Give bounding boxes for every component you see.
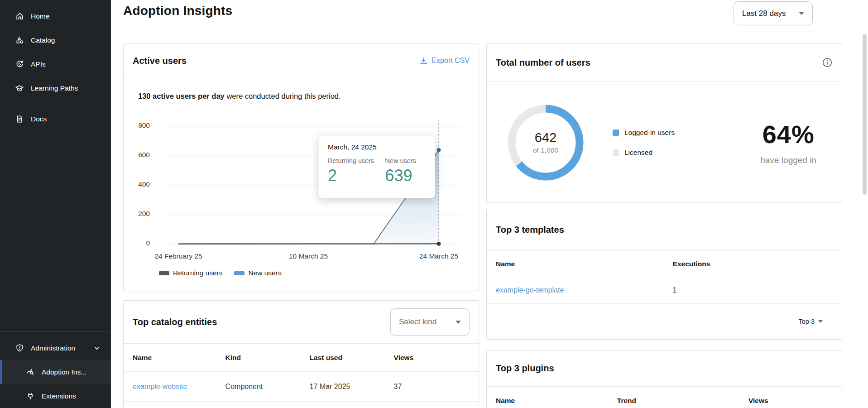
main-content: Adoption Insights Last 28 days Active us… [111,0,868,408]
legend-swatch-logged-in [613,130,619,136]
cell-views: 37 [394,383,470,391]
caret-down-icon [456,321,461,324]
export-csv-label: Export CSV [432,57,470,65]
catalog-card-header: Top catalog entities Select kind [124,301,479,344]
chart-tooltip: March, 24 2025 Returning users 2 New use… [318,135,435,198]
tooltip-label: Returning users [328,157,374,164]
sidebar-item-catalog[interactable]: Catalog [0,28,111,52]
tooltip-label: New users [385,157,416,164]
top-3-filter-label: Top 3 [799,318,815,325]
sidebar-item-label: Catalog [31,36,55,44]
donut-legend: Logged-in users Licensed [613,129,675,157]
card-title: Top 3 templates [496,225,564,235]
legend-label: Logged-in users [624,129,675,137]
active-users-card-header: Active users Export CSV [124,43,479,78]
sidebar-item-apis[interactable]: APIs [0,52,111,76]
insights-icon [26,368,35,377]
percent-value: 64% [760,120,816,149]
col-name: Name [496,397,617,405]
sidebar-divider [0,103,111,103]
card-title: Top 3 plugins [496,363,554,374]
date-range-select[interactable]: Last 28 days [734,1,813,25]
tooltip-columns: Returning users 2 New users 639 [328,157,426,185]
sidebar-admin-group: Administration Adoption Ins... Extension… [0,334,111,408]
download-icon [420,57,427,65]
export-csv-button[interactable]: Export CSV [420,57,470,65]
summary-rest: were conducted during this period. [225,92,341,100]
sidebar-item-docs[interactable]: Docs [0,107,111,131]
legend-swatch-licensed [613,149,619,156]
sidebar-item-label: Learning Paths [31,84,78,92]
donut-value: 642 [535,130,556,145]
select-kind-placeholder: Select kind [399,317,436,326]
top-templates-card: Top 3 templates Name Executions example-… [486,209,842,340]
home-icon [15,12,24,21]
app-window: Home Catalog APIs Learning Paths [0,0,868,408]
select-kind-dropdown[interactable]: Select kind [390,308,470,336]
table-row: example-website Component 17 Mar 2025 37 [124,372,479,402]
table-row: example-go-template 1 [487,277,842,304]
col-last-used: Last used [310,354,394,362]
plug-icon [26,392,35,401]
total-users-body: 642 of 1,000 Logged-in users Lic [487,82,842,202]
y-tick-0: 0 [124,239,150,247]
dashboard-grid: Active users Export CSV 130 active users… [111,32,868,408]
sidebar-item-adoption-insights[interactable]: Adoption Ins... [0,360,111,384]
api-icon [15,60,24,69]
col-kind: Kind [225,354,310,362]
info-icon[interactable] [822,57,833,68]
legend-licensed: Licensed [613,149,675,157]
col-views: Views [394,354,470,362]
tooltip-value: 639 [385,166,416,185]
donut-center-text: 642 of 1,000 [507,104,585,182]
tooltip-value: 2 [328,166,374,185]
donut-subtext: of 1,000 [533,146,558,154]
legend-swatch-new [234,271,245,275]
y-tick-400: 400 [124,180,150,188]
legend-swatch-returning [159,271,169,275]
sidebar-item-label: Extensions [42,392,76,400]
scrollbar-thumb[interactable] [863,34,867,195]
card-title: Active users [133,56,187,66]
summary-highlight: 130 active users per day [138,92,225,100]
y-tick-800: 800 [124,121,150,130]
page-title: Adoption Insights [123,4,232,18]
template-link[interactable]: example-go-template [496,286,673,294]
logged-in-percent: 64% have logged in [760,120,816,165]
cell-executions: 1 [673,286,833,294]
donut-chart: 642 of 1,000 [507,104,585,182]
y-tick-600: 600 [124,151,150,159]
docs-icon [15,115,24,124]
plugins-card-header: Top 3 plugins [487,350,842,387]
chart-summary: 130 active users per day were conducted … [138,92,479,101]
shield-icon [15,344,24,353]
top-3-filter-dropdown[interactable]: Top 3 [487,304,842,339]
legend-label: Returning users [173,269,222,277]
active-users-chart[interactable]: 800 600 400 200 0 24 February 25 10 Marc… [124,114,479,284]
chevron-down-icon[interactable] [94,345,100,351]
sidebar-item-extensions[interactable]: Extensions [0,384,111,408]
col-executions: Executions [673,260,833,268]
sidebar-spacer [0,131,111,328]
entity-link[interactable]: example-website [133,383,225,391]
sidebar-main-group: Home Catalog APIs Learning Paths [0,0,111,100]
card-title: Top catalog entities [133,317,217,327]
chart-legend: Returning users New users [159,269,282,277]
legend-label: Licensed [624,149,652,157]
tooltip-new-users: New users 639 [385,157,416,185]
highlight-dot-top [437,148,441,152]
col-trend: Trend [617,397,748,405]
total-users-card: Total number of users 642 [486,43,842,202]
catalog-icon [15,36,24,45]
active-users-card: Active users Export CSV 130 active users… [123,43,479,291]
sidebar-item-learning-paths[interactable]: Learning Paths [0,76,111,100]
templates-table-header: Name Executions [487,251,842,277]
sidebar-item-administration[interactable]: Administration [0,336,111,360]
top-catalog-entities-card: Top catalog entities Select kind Name Ki… [123,300,479,408]
left-column: Active users Export CSV 130 active users… [123,43,479,408]
cell-kind: Component [225,383,310,391]
col-views: Views [748,397,833,405]
sidebar: Home Catalog APIs Learning Paths [0,0,111,408]
sidebar-item-home[interactable]: Home [0,4,111,28]
legend-new-users: New users [234,269,281,277]
